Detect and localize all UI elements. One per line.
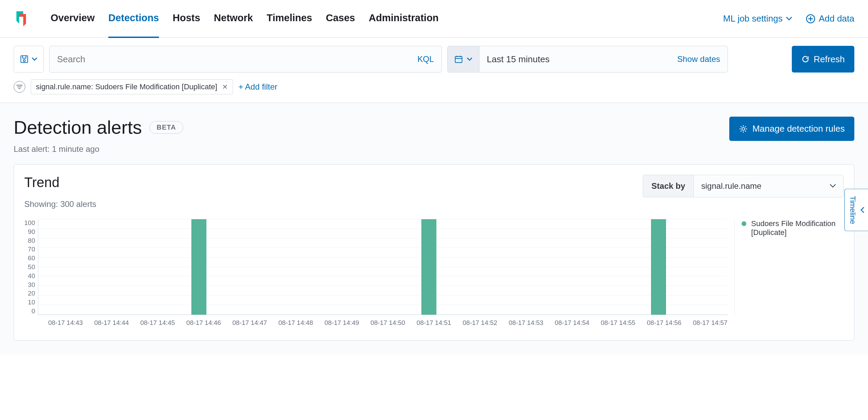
y-tick: 20 [28, 290, 35, 297]
x-tick: 08-17 14:44 [94, 319, 129, 327]
y-tick: 40 [28, 272, 35, 280]
y-tick: 100 [24, 219, 35, 227]
x-tick: 08-17 14:47 [232, 319, 267, 327]
showing-count: Showing: 300 alerts [24, 199, 844, 209]
timeline-label: Timeline [848, 196, 857, 224]
page-title: Detection alerts [14, 117, 142, 138]
x-tick: 08-17 14:51 [417, 319, 451, 327]
date-range-display[interactable]: Last 15 minutes Show dates [479, 46, 728, 73]
gridline [38, 295, 728, 296]
close-icon[interactable]: ✕ [222, 83, 228, 91]
legend-dot [742, 221, 746, 226]
nav-item-detections[interactable]: Detections [108, 0, 159, 38]
nav-item-overview[interactable]: Overview [51, 0, 95, 38]
y-tick: 70 [28, 246, 35, 253]
gridline [38, 228, 728, 229]
chevron-down-icon [467, 57, 472, 61]
x-tick: 08-17 14:46 [186, 319, 221, 327]
y-tick: 90 [28, 228, 35, 236]
y-axis: 1009080706050403020100 [24, 219, 35, 315]
svg-rect-4 [455, 56, 462, 63]
gridline [38, 305, 728, 305]
logo [14, 11, 30, 27]
gridline [38, 314, 728, 315]
x-tick: 08-17 14:54 [555, 319, 589, 327]
x-tick: 08-17 14:52 [463, 319, 497, 327]
kql-toggle[interactable]: KQL [418, 54, 434, 64]
refresh-button[interactable]: Refresh [792, 46, 854, 73]
bar[interactable] [191, 219, 206, 315]
timeline-flyout-toggle[interactable]: Timeline [844, 189, 868, 231]
stack-by-label: Stack by [643, 175, 693, 197]
calendar-icon [455, 55, 463, 63]
gridline [38, 257, 728, 258]
add-data-label: Add data [819, 13, 854, 24]
gridline [38, 219, 728, 219]
nav-item-hosts[interactable]: Hosts [173, 0, 200, 38]
ml-job-settings-dropdown[interactable]: ML job settings [723, 13, 792, 24]
show-dates-link[interactable]: Show dates [677, 54, 720, 64]
saved-query-button[interactable] [14, 46, 44, 73]
manage-detection-rules-button[interactable]: Manage detection rules [729, 117, 854, 141]
filter-options-button[interactable] [14, 81, 25, 93]
x-axis: 08-17 14:4308-17 14:4408-17 14:4508-17 1… [24, 315, 728, 327]
legend-label: Sudoers File Modification [Duplicate] [751, 219, 844, 237]
filter-pill[interactable]: signal.rule.name: Sudoers File Modificat… [31, 79, 233, 94]
filter-icon [16, 84, 23, 89]
x-tick: 08-17 14:53 [509, 319, 543, 327]
x-tick: 08-17 14:55 [601, 319, 635, 327]
stack-by-select[interactable]: signal.rule.name [693, 175, 844, 197]
chevron-down-icon [830, 184, 836, 188]
panel-title: Trend [24, 175, 59, 190]
date-picker-button[interactable] [447, 46, 479, 73]
gridline [38, 238, 728, 238]
svg-rect-2 [23, 56, 26, 58]
y-tick: 0 [31, 307, 35, 315]
y-tick: 80 [28, 237, 35, 245]
x-tick: 08-17 14:43 [48, 319, 83, 327]
ml-job-settings-label: ML job settings [723, 13, 783, 24]
chart-legend[interactable]: Sudoers File Modification [Duplicate] [734, 219, 844, 315]
x-tick: 08-17 14:45 [140, 319, 175, 327]
x-tick: 08-17 14:50 [370, 319, 405, 327]
nav-item-cases[interactable]: Cases [326, 0, 355, 38]
nav-item-administration[interactable]: Administration [369, 0, 439, 38]
x-tick: 08-17 14:49 [325, 319, 359, 327]
y-tick: 10 [28, 299, 35, 306]
stack-by-control: Stack by signal.rule.name [643, 175, 844, 197]
gridline [38, 286, 728, 286]
filter-bar: signal.rule.name: Sudoers File Modificat… [0, 77, 868, 103]
main-content: Detection alerts BETA Manage detection r… [0, 103, 868, 354]
app-header: OverviewDetectionsHostsNetworkTimelinesC… [0, 0, 868, 38]
beta-badge: BETA [149, 121, 183, 134]
manage-rules-label: Manage detection rules [752, 123, 845, 134]
chevron-down-icon [32, 57, 37, 61]
stack-by-value: signal.rule.name [701, 181, 761, 191]
date-range-text: Last 15 minutes [487, 54, 550, 65]
add-data-button[interactable]: Add data [806, 13, 854, 24]
refresh-label: Refresh [814, 54, 845, 65]
plus-circle-icon [806, 14, 815, 24]
search-input[interactable] [57, 54, 418, 65]
y-tick: 30 [28, 281, 35, 289]
svg-point-5 [742, 128, 745, 130]
bar[interactable] [651, 219, 666, 315]
query-bar: KQL Last 15 minutes Show dates Refresh [0, 38, 868, 77]
gear-icon [739, 124, 748, 133]
last-alert-text: Last alert: 1 minute ago [14, 144, 854, 154]
nav-item-timelines[interactable]: Timelines [267, 0, 312, 38]
add-filter-link[interactable]: + Add filter [239, 82, 277, 92]
filter-pill-text: signal.rule.name: Sudoers File Modificat… [36, 82, 217, 91]
gridline [38, 267, 728, 267]
svg-point-3 [23, 60, 25, 62]
trend-panel: Trend Stack by signal.rule.name Showing:… [14, 164, 854, 341]
search-input-wrapper: KQL [49, 46, 442, 73]
chevron-down-icon [786, 17, 792, 21]
bar[interactable] [421, 219, 436, 315]
y-tick: 60 [28, 254, 35, 262]
gridline [38, 248, 728, 248]
main-nav: OverviewDetectionsHostsNetworkTimelinesC… [51, 0, 723, 38]
nav-item-network[interactable]: Network [214, 0, 253, 38]
y-tick: 50 [28, 263, 35, 271]
x-tick: 08-17 14:57 [693, 319, 728, 327]
